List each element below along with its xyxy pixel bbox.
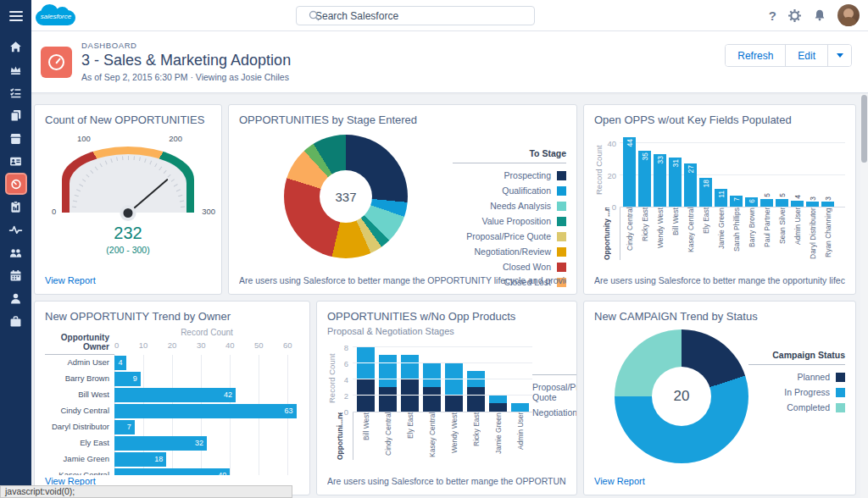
stacked-bar[interactable]	[357, 347, 375, 412]
x-axis-title: Opportuni...ner	[336, 412, 344, 460]
bar-row: 9	[114, 371, 299, 387]
bar[interactable]: 5	[776, 199, 788, 207]
bar[interactable]: 6	[745, 197, 758, 207]
groups-icon[interactable]	[5, 241, 27, 263]
segment-negotiation	[489, 396, 507, 404]
bar-gridline-overlay	[401, 362, 419, 363]
bar-row: 63	[114, 403, 299, 419]
stacked-bar[interactable]	[445, 363, 463, 412]
refresh-button[interactable]: Refresh	[726, 45, 785, 66]
bar[interactable]: 7	[730, 196, 743, 207]
setup-gear-icon[interactable]	[787, 8, 802, 23]
bar[interactable]: 27	[684, 163, 697, 207]
legend-entry[interactable]: Proposal/Price Quote	[532, 382, 577, 402]
bar[interactable]: 9	[114, 372, 141, 386]
bar-row: 18	[114, 451, 299, 468]
menu-icon[interactable]	[9, 8, 23, 24]
view-report-link[interactable]: View Report	[45, 275, 211, 285]
notifications-bell-icon[interactable]	[813, 8, 826, 22]
salesforce-logo[interactable]: salesforce	[35, 3, 77, 27]
bar[interactable]: 63	[114, 404, 297, 418]
category-label-text: Barry Brown	[748, 208, 756, 260]
app-launcher-icon[interactable]	[747, 10, 758, 21]
global-header: salesforce ?	[31, 0, 868, 31]
legend-label: Negotiation/Review	[532, 407, 577, 418]
legend-entry[interactable]: Proposal/Price Quote	[453, 231, 566, 241]
legend-label: Needs Analysis	[490, 201, 551, 211]
calendar-icon[interactable]	[5, 264, 27, 286]
bar-value-label: 11	[717, 191, 726, 198]
bar[interactable]: 40	[114, 468, 230, 475]
files-icon[interactable]	[5, 104, 27, 126]
bar[interactable]: 31	[669, 158, 682, 207]
campaign-donut-chart[interactable]: 20	[615, 329, 748, 463]
category-label: Jamie Green	[715, 208, 727, 260]
legend-entry[interactable]: Completed	[748, 402, 845, 412]
bar[interactable]: 42	[114, 388, 236, 402]
stacked-bar[interactable]	[467, 371, 485, 412]
legend-entry[interactable]: Closed Won	[453, 262, 566, 272]
search-input[interactable]	[315, 10, 527, 22]
cases-briefcase-icon[interactable]	[5, 310, 27, 332]
legend-label: Prospecting	[504, 170, 551, 180]
bar[interactable]: 44	[623, 137, 636, 207]
legend-entry[interactable]: Qualification	[453, 185, 566, 196]
bar[interactable]: 35	[638, 151, 651, 207]
bar[interactable]: 4	[791, 201, 804, 207]
home-icon[interactable]	[5, 36, 27, 58]
open-opps-bar-chart[interactable]: Record Count02040443533312718117655433Op…	[594, 133, 845, 260]
stacked-bar[interactable]	[511, 403, 529, 412]
bar[interactable]: 32	[114, 436, 207, 451]
legend-entry[interactable]: In Progress	[748, 387, 845, 397]
stage-donut-chart[interactable]: 337	[284, 135, 408, 258]
bar[interactable]: 18	[699, 178, 712, 207]
bar[interactable]: 3	[806, 202, 819, 207]
bar[interactable]: 11	[715, 189, 727, 207]
card-title: Count of New OPPORTUNITIES	[45, 113, 211, 126]
global-search[interactable]	[296, 6, 535, 25]
legend-entry[interactable]: Prospecting	[453, 170, 566, 180]
help-icon[interactable]: ?	[769, 8, 776, 23]
bar[interactable]: 5	[760, 199, 773, 207]
bar-value-label: 5	[778, 193, 787, 197]
gauge-chart[interactable]: 0100200300232(200 - 300)	[45, 147, 211, 255]
people-icon[interactable]	[5, 287, 27, 309]
gauge-dial: 0100200300	[62, 147, 194, 213]
feed-pulse-icon[interactable]	[5, 219, 27, 241]
more-actions-button[interactable]	[827, 45, 851, 66]
edit-button[interactable]: Edit	[785, 45, 827, 66]
legend-entry[interactable]: Needs Analysis	[453, 201, 566, 211]
legend-entry[interactable]: Planned	[748, 372, 845, 382]
legend-label: In Progress	[784, 387, 830, 397]
segment-proposal	[423, 387, 441, 412]
scrollbar-thumb[interactable]	[861, 95, 867, 163]
bar-value-label: 27	[687, 165, 695, 173]
bar[interactable]: 4	[114, 356, 126, 370]
reports-clipboard-icon[interactable]	[5, 196, 27, 218]
bar-gridline-overlay	[467, 379, 485, 379]
stacked-bar-chart[interactable]: Record Count02468Opportuni...nerBill Wes…	[327, 345, 532, 460]
card-title: Open OPPS w/out Key Fields Populated	[594, 113, 845, 126]
segment-proposal	[357, 379, 375, 412]
owner-trend-bar-chart[interactable]: Opportunity OwnerRecord Count01020304050…	[45, 328, 299, 475]
view-report-link[interactable]: View Report	[594, 476, 845, 486]
stacked-bar[interactable]	[401, 355, 419, 412]
stacked-bar[interactable]	[489, 396, 507, 412]
category-label: Ricky East	[638, 208, 651, 260]
opportunities-crown-icon[interactable]	[5, 58, 27, 80]
bar[interactable]: 3	[821, 202, 834, 207]
legend-entry[interactable]: Negotiation/Review	[453, 246, 566, 257]
legend-entry[interactable]: Negotiation/Review	[532, 407, 577, 418]
contacts-card-icon[interactable]	[5, 150, 27, 172]
legend-entry[interactable]: Value Proposition	[453, 216, 566, 226]
card-count-new-opportunities: Count of New OPPORTUNITIES 0100200300232…	[34, 104, 222, 295]
stacked-bar[interactable]	[379, 355, 397, 412]
accounts-store-icon[interactable]	[5, 127, 27, 149]
user-avatar[interactable]	[837, 4, 860, 26]
tasks-icon[interactable]	[5, 81, 27, 103]
bar[interactable]: 18	[114, 452, 166, 467]
bar[interactable]: 33	[654, 154, 666, 207]
stacked-bar[interactable]	[423, 363, 441, 412]
dashboards-icon-active[interactable]	[5, 173, 27, 195]
bar[interactable]: 7	[114, 420, 135, 434]
